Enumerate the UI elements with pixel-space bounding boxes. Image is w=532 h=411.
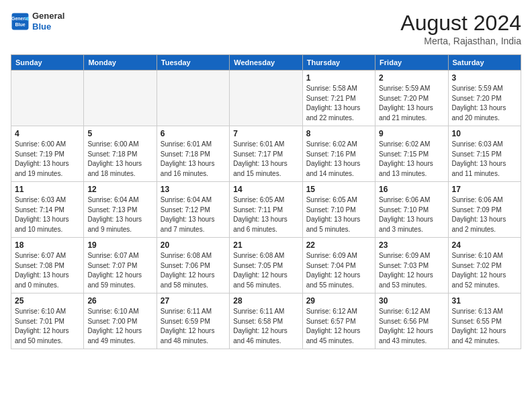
calendar-day-cell (230, 71, 302, 126)
day-number: 9 (379, 129, 444, 138)
day-number: 13 (161, 185, 226, 194)
logo-blue: Blue (32, 21, 64, 32)
calendar-week-row: 4Sunrise: 6:00 AMSunset: 7:19 PMDaylight… (11, 126, 521, 182)
day-of-week-header: Monday (84, 55, 157, 71)
logo-general: General (32, 11, 64, 21)
logo-text: General Blue (32, 11, 64, 32)
day-number: 5 (87, 129, 152, 138)
calendar-day-cell: 3Sunrise: 5:59 AMSunset: 7:20 PMDaylight… (448, 71, 521, 126)
day-number: 20 (161, 240, 226, 250)
day-info: Sunrise: 6:09 AMSunset: 7:03 PMDaylight:… (379, 251, 444, 290)
month-year: August 2024 (400, 11, 521, 36)
calendar-day-cell: 29Sunrise: 6:12 AMSunset: 6:57 PMDayligh… (302, 293, 375, 349)
day-number: 26 (87, 296, 152, 306)
calendar-day-cell: 23Sunrise: 6:09 AMSunset: 7:03 PMDayligh… (375, 238, 448, 293)
calendar-day-cell: 8Sunrise: 6:02 AMSunset: 7:16 PMDaylight… (302, 126, 375, 182)
day-info: Sunrise: 6:09 AMSunset: 7:04 PMDaylight:… (306, 251, 371, 290)
day-number: 21 (233, 240, 298, 250)
calendar-day-cell: 12Sunrise: 6:04 AMSunset: 7:13 PMDayligh… (84, 182, 157, 238)
day-of-week-header: Saturday (448, 55, 521, 71)
calendar-day-cell (157, 71, 229, 126)
day-info: Sunrise: 5:59 AMSunset: 7:20 PMDaylight:… (379, 84, 444, 123)
day-number: 24 (452, 240, 517, 250)
day-number: 1 (306, 73, 371, 83)
day-info: Sunrise: 6:01 AMSunset: 7:17 PMDaylight:… (233, 140, 298, 179)
day-info: Sunrise: 6:00 AMSunset: 7:19 PMDaylight:… (15, 140, 80, 179)
day-of-week-header: Thursday (302, 55, 375, 71)
calendar-day-cell: 31Sunrise: 6:13 AMSunset: 6:55 PMDayligh… (448, 293, 521, 349)
title-block: August 2024 Merta, Rajasthan, India (400, 11, 521, 46)
day-number: 8 (306, 129, 371, 138)
day-of-week-header: Wednesday (230, 55, 302, 71)
calendar-day-cell: 15Sunrise: 6:05 AMSunset: 7:10 PMDayligh… (302, 182, 375, 238)
calendar-day-cell: 17Sunrise: 6:06 AMSunset: 7:09 PMDayligh… (448, 182, 521, 238)
day-number: 10 (452, 129, 517, 138)
calendar-day-cell: 11Sunrise: 6:03 AMSunset: 7:14 PMDayligh… (11, 182, 84, 238)
day-number: 17 (452, 185, 517, 194)
day-info: Sunrise: 5:58 AMSunset: 7:21 PMDaylight:… (306, 84, 371, 123)
calendar-day-cell: 28Sunrise: 6:11 AMSunset: 6:58 PMDayligh… (230, 293, 302, 349)
calendar-day-cell: 18Sunrise: 6:07 AMSunset: 7:08 PMDayligh… (11, 238, 84, 293)
calendar-day-cell: 22Sunrise: 6:09 AMSunset: 7:04 PMDayligh… (302, 238, 375, 293)
day-info: Sunrise: 6:04 AMSunset: 7:12 PMDaylight:… (161, 195, 226, 234)
day-number: 6 (161, 129, 226, 138)
page-header: General Blue General Blue August 2024 Me… (11, 11, 521, 46)
day-number: 30 (379, 296, 444, 306)
day-info: Sunrise: 6:12 AMSunset: 6:56 PMDaylight:… (379, 307, 444, 346)
day-info: Sunrise: 6:05 AMSunset: 7:11 PMDaylight:… (233, 195, 298, 234)
day-number: 3 (452, 73, 517, 83)
day-of-week-header: Friday (375, 55, 448, 71)
day-number: 22 (306, 240, 371, 250)
day-number: 15 (306, 185, 371, 194)
calendar-day-cell (84, 71, 157, 126)
calendar-day-cell: 10Sunrise: 6:03 AMSunset: 7:15 PMDayligh… (448, 126, 521, 182)
day-info: Sunrise: 6:06 AMSunset: 7:10 PMDaylight:… (379, 195, 444, 234)
day-info: Sunrise: 6:03 AMSunset: 7:14 PMDaylight:… (15, 195, 80, 234)
calendar-week-row: 11Sunrise: 6:03 AMSunset: 7:14 PMDayligh… (11, 182, 521, 238)
day-info: Sunrise: 6:08 AMSunset: 7:06 PMDaylight:… (161, 251, 226, 290)
day-info: Sunrise: 6:04 AMSunset: 7:13 PMDaylight:… (87, 195, 152, 234)
day-number: 14 (233, 185, 298, 194)
day-info: Sunrise: 6:12 AMSunset: 6:57 PMDaylight:… (306, 307, 371, 346)
calendar-day-cell: 14Sunrise: 6:05 AMSunset: 7:11 PMDayligh… (230, 182, 302, 238)
calendar-day-cell: 24Sunrise: 6:10 AMSunset: 7:02 PMDayligh… (448, 238, 521, 293)
location: Merta, Rajasthan, India (400, 36, 521, 46)
calendar-week-row: 25Sunrise: 6:10 AMSunset: 7:01 PMDayligh… (11, 293, 521, 349)
day-info: Sunrise: 6:07 AMSunset: 7:07 PMDaylight:… (87, 251, 152, 290)
calendar-day-cell: 9Sunrise: 6:02 AMSunset: 7:15 PMDaylight… (375, 126, 448, 182)
day-info: Sunrise: 6:01 AMSunset: 7:18 PMDaylight:… (161, 140, 226, 179)
calendar-day-cell: 1Sunrise: 5:58 AMSunset: 7:21 PMDaylight… (302, 71, 375, 126)
day-info: Sunrise: 6:05 AMSunset: 7:10 PMDaylight:… (306, 195, 371, 234)
calendar-day-cell: 2Sunrise: 5:59 AMSunset: 7:20 PMDaylight… (375, 71, 448, 126)
day-number: 4 (15, 129, 80, 138)
calendar-day-cell: 16Sunrise: 6:06 AMSunset: 7:10 PMDayligh… (375, 182, 448, 238)
day-info: Sunrise: 6:13 AMSunset: 6:55 PMDaylight:… (452, 307, 517, 346)
day-info: Sunrise: 6:11 AMSunset: 6:58 PMDaylight:… (233, 307, 298, 346)
svg-text:Blue: Blue (15, 22, 25, 27)
day-info: Sunrise: 6:11 AMSunset: 6:59 PMDaylight:… (161, 307, 226, 346)
day-number: 25 (15, 296, 80, 306)
day-info: Sunrise: 6:10 AMSunset: 7:01 PMDaylight:… (15, 307, 80, 346)
day-number: 31 (452, 296, 517, 306)
day-info: Sunrise: 6:02 AMSunset: 7:15 PMDaylight:… (379, 140, 444, 179)
day-info: Sunrise: 6:10 AMSunset: 7:02 PMDaylight:… (452, 251, 517, 290)
day-number: 18 (15, 240, 80, 250)
calendar-day-cell: 27Sunrise: 6:11 AMSunset: 6:59 PMDayligh… (157, 293, 229, 349)
day-number: 12 (87, 185, 152, 194)
calendar-day-cell: 4Sunrise: 6:00 AMSunset: 7:19 PMDaylight… (11, 126, 84, 182)
logo-icon: General Blue (11, 12, 30, 31)
calendar-day-cell (11, 71, 84, 126)
calendar-day-cell: 25Sunrise: 6:10 AMSunset: 7:01 PMDayligh… (11, 293, 84, 349)
calendar-day-cell: 5Sunrise: 6:00 AMSunset: 7:18 PMDaylight… (84, 126, 157, 182)
day-info: Sunrise: 6:00 AMSunset: 7:18 PMDaylight:… (87, 140, 152, 179)
day-number: 28 (233, 296, 298, 306)
day-number: 7 (233, 129, 298, 138)
day-info: Sunrise: 5:59 AMSunset: 7:20 PMDaylight:… (452, 84, 517, 123)
day-of-week-header: Tuesday (157, 55, 229, 71)
day-number: 27 (161, 296, 226, 306)
day-info: Sunrise: 6:08 AMSunset: 7:05 PMDaylight:… (233, 251, 298, 290)
calendar-day-cell: 30Sunrise: 6:12 AMSunset: 6:56 PMDayligh… (375, 293, 448, 349)
calendar-day-cell: 20Sunrise: 6:08 AMSunset: 7:06 PMDayligh… (157, 238, 229, 293)
calendar-day-cell: 7Sunrise: 6:01 AMSunset: 7:17 PMDaylight… (230, 126, 302, 182)
day-info: Sunrise: 6:03 AMSunset: 7:15 PMDaylight:… (452, 140, 517, 179)
